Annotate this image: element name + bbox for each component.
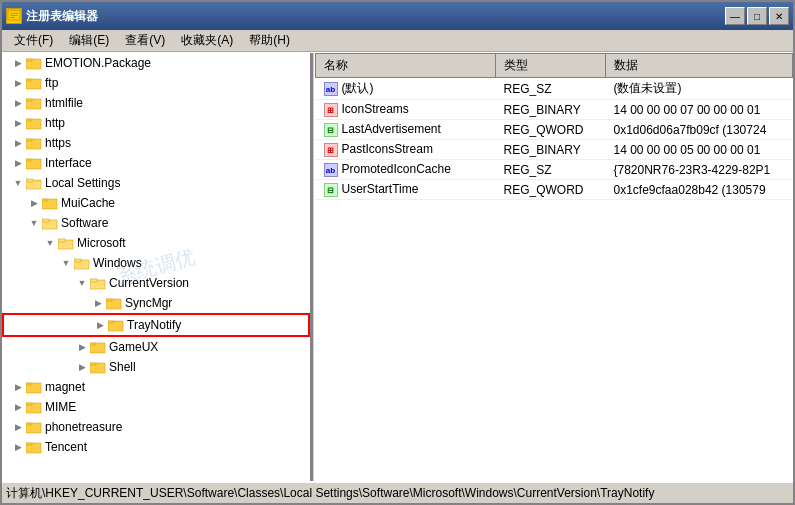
- cell-name: ⊞IconStreams: [316, 100, 496, 120]
- tree-item-shell[interactable]: ▶ Shell: [2, 357, 310, 377]
- tree-item-https[interactable]: ▶ https: [2, 133, 310, 153]
- svg-rect-42: [26, 423, 32, 425]
- tree-item-traynotify[interactable]: ▶ TrayNotify: [2, 313, 310, 337]
- folder-closed-icon: [26, 156, 42, 170]
- maximize-button[interactable]: □: [747, 7, 767, 25]
- expander-icon: ▼: [26, 215, 42, 231]
- col-header-type[interactable]: 类型: [496, 54, 606, 78]
- svg-rect-13: [26, 139, 32, 141]
- svg-rect-20: [42, 199, 48, 201]
- expander-icon: ▶: [10, 399, 26, 415]
- menu-view[interactable]: 查看(V): [117, 30, 173, 51]
- expander-icon: ▶: [26, 195, 42, 211]
- tree-item-interface[interactable]: ▶ Interface: [2, 153, 310, 173]
- tree-item-software[interactable]: ▼ Software: [2, 213, 310, 233]
- tree-item-phonetreasure[interactable]: ▶ phonetreasure: [2, 417, 310, 437]
- expander-icon: ▶: [90, 295, 106, 311]
- folder-closed-icon: [90, 360, 106, 374]
- expander-icon: ▶: [10, 95, 26, 111]
- expander-icon: ▼: [58, 255, 74, 271]
- tree-item-ftp[interactable]: ▶ ftp: [2, 73, 310, 93]
- expander-icon: ▶: [10, 115, 26, 131]
- svg-rect-18: [27, 181, 41, 182]
- cell-data: (数值未设置): [606, 78, 793, 100]
- tree-label-muicache: MuiCache: [61, 196, 115, 210]
- svg-rect-11: [26, 119, 32, 121]
- svg-rect-30: [106, 299, 112, 301]
- tree-label-shell: Shell: [109, 360, 136, 374]
- tree-label-mime: MIME: [45, 400, 76, 414]
- tree-item-mime[interactable]: ▶ MIME: [2, 397, 310, 417]
- tree-label-ftp: ftp: [45, 76, 58, 90]
- tree-item-magnet[interactable]: ▶ magnet: [2, 377, 310, 397]
- menu-edit[interactable]: 编辑(E): [61, 30, 117, 51]
- menu-bar: 文件(F) 编辑(E) 查看(V) 收藏夹(A) 帮助(H): [2, 30, 793, 52]
- folder-closed-icon: [26, 116, 42, 130]
- svg-rect-1: [10, 13, 18, 14]
- tree-item-microsoft[interactable]: ▼ Microsoft: [2, 233, 310, 253]
- tree-panel[interactable]: 系统调优 ▶ EMOTION.Package ▶ ftp ▶: [2, 53, 312, 481]
- minimize-button[interactable]: —: [725, 7, 745, 25]
- tree-label-magnet: magnet: [45, 380, 85, 394]
- table-row[interactable]: ⊞IconStreamsREG_BINARY14 00 00 00 07 00 …: [316, 100, 793, 120]
- svg-rect-22: [42, 219, 49, 222]
- table-row[interactable]: ⊞PastIconsStreamREG_BINARY14 00 00 00 05…: [316, 140, 793, 160]
- folder-closed-icon: [26, 440, 42, 454]
- cell-name: ⊟UserStartTime: [316, 180, 496, 200]
- tree-label-windows: Windows: [93, 256, 142, 270]
- tree-item-currentversion[interactable]: ▼ CurrentVersion: [2, 273, 310, 293]
- right-panel[interactable]: 名称 类型 数据 ab(默认)REG_SZ(数值未设置)⊞IconStreams…: [315, 53, 793, 481]
- table-row[interactable]: ab(默认)REG_SZ(数值未设置): [316, 78, 793, 100]
- cell-name: abPromotedIconCache: [316, 160, 496, 180]
- tree-label-currentversion: CurrentVersion: [109, 276, 189, 290]
- tree-item-localsettings[interactable]: ▼ Local Settings: [2, 173, 310, 193]
- folder-closed-icon: [26, 420, 42, 434]
- main-content: 系统调优 ▶ EMOTION.Package ▶ ftp ▶: [2, 52, 793, 481]
- close-button[interactable]: ✕: [769, 7, 789, 25]
- table-row[interactable]: ⊟UserStartTimeREG_QWORD0x1cfe9cfaa028b42…: [316, 180, 793, 200]
- tree-item-htmlfile[interactable]: ▶ htmlfile: [2, 93, 310, 113]
- table-row[interactable]: ⊟LastAdvertisementREG_QWORD0x1d06d06a7fb…: [316, 120, 793, 140]
- expander-icon: ▶: [10, 379, 26, 395]
- svg-rect-5: [26, 59, 32, 61]
- svg-rect-3: [10, 17, 15, 18]
- folder-closed-icon: [26, 76, 42, 90]
- folder-closed-icon: [106, 296, 122, 310]
- title-bar-left: 注册表编辑器: [6, 8, 98, 25]
- folder-open-icon: [42, 216, 58, 230]
- cell-type: REG_QWORD: [496, 180, 606, 200]
- menu-help[interactable]: 帮助(H): [241, 30, 298, 51]
- cell-name: ⊟LastAdvertisement: [316, 120, 496, 140]
- tree-item-http[interactable]: ▶ http: [2, 113, 310, 133]
- title-bar: 注册表编辑器 — □ ✕: [2, 2, 793, 30]
- tree-item-gameux[interactable]: ▶ GameUX: [2, 337, 310, 357]
- col-header-name[interactable]: 名称: [316, 54, 496, 78]
- registry-editor-window: 注册表编辑器 — □ ✕ 文件(F) 编辑(E) 查看(V) 收藏夹(A) 帮助…: [0, 0, 795, 505]
- tree-item-emotion[interactable]: ▶ EMOTION.Package: [2, 53, 310, 73]
- expander-icon: ▼: [10, 175, 26, 191]
- tree-item-muicache[interactable]: ▶ MuiCache: [2, 193, 310, 213]
- cell-name: ⊞PastIconsStream: [316, 140, 496, 160]
- app-icon: [6, 8, 22, 24]
- menu-favorites[interactable]: 收藏夹(A): [173, 30, 241, 51]
- tree-label-emotion: EMOTION.Package: [45, 56, 151, 70]
- table-row[interactable]: abPromotedIconCacheREG_SZ{7820NR76-23R3-…: [316, 160, 793, 180]
- cell-type: REG_BINARY: [496, 100, 606, 120]
- tree-label-gameux: GameUX: [109, 340, 158, 354]
- cell-type: REG_QWORD: [496, 120, 606, 140]
- tree-label-microsoft: Microsoft: [77, 236, 126, 250]
- folder-closed-icon: [26, 56, 42, 70]
- col-header-data[interactable]: 数据: [606, 54, 793, 78]
- svg-rect-32: [108, 321, 114, 323]
- expander-icon: ▼: [74, 275, 90, 291]
- title-buttons: — □ ✕: [725, 7, 789, 25]
- tree-item-tencent[interactable]: ▶ Tencent: [2, 437, 310, 457]
- folder-open-icon: [74, 256, 90, 270]
- svg-rect-26: [74, 259, 81, 262]
- tree-label-http: http: [45, 116, 65, 130]
- tree-item-windows[interactable]: ▼ Windows: [2, 253, 310, 273]
- menu-file[interactable]: 文件(F): [6, 30, 61, 51]
- status-text: 计算机\HKEY_CURRENT_USER\Software\Classes\L…: [6, 485, 654, 502]
- tree-item-syncmgr[interactable]: ▶ SyncMgr: [2, 293, 310, 313]
- svg-rect-34: [90, 343, 96, 345]
